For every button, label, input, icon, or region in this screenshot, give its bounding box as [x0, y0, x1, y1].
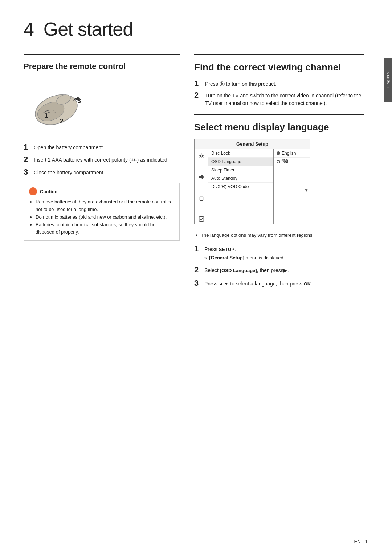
checkmark-icon: [198, 216, 205, 222]
caution-icon: !: [29, 187, 37, 195]
vc-step-2: 2 Turn on the TV and switch to the corre…: [194, 90, 364, 107]
lang-step-3-num: 3: [194, 279, 202, 288]
svg-text:2: 2: [60, 118, 64, 125]
caution-item-3: Batteries contain chemical substances, s…: [36, 221, 174, 236]
vc-step-1-num: 1: [194, 79, 202, 88]
lang-step-3: 3 Press ▲▼ to select a language, then pr…: [194, 279, 364, 288]
caution-label: Caution: [40, 189, 57, 194]
vc-step-2-text: Turn on the TV and switch to the correct…: [205, 90, 364, 107]
caution-list: Remove batteries if they are exhausted o…: [29, 198, 174, 236]
radio-empty-icon: [277, 160, 280, 163]
svg-rect-10: [199, 217, 204, 222]
left-column: Prepare the remote control 1 2 3: [24, 54, 180, 292]
blank-icon: [198, 195, 205, 201]
menu-item-auto-standby: Auto Standby: [208, 174, 273, 183]
chapter-title: 4 Get started: [24, 18, 364, 40]
checkmark-icon-cell: [195, 214, 208, 224]
step-1-text: Open the battery compartment.: [34, 142, 104, 151]
svg-rect-9: [200, 197, 203, 200]
ok-key: OK: [304, 281, 311, 287]
menu-item-divx-vod: DivX(R) VOD Code: [208, 183, 273, 191]
language-tab: English: [384, 58, 392, 102]
caution-item-1: Remove batteries if they are exhausted o…: [36, 198, 174, 214]
lang-step-2: 2 Select [OSD Language], then press▶.: [194, 265, 364, 275]
general-setup-note: [General Setup] menu is displayed.: [209, 254, 285, 262]
speaker-icon: [198, 174, 205, 180]
vc-step-2-num: 2: [194, 90, 202, 100]
menu-item-sleep-timer: Sleep Timer: [208, 166, 273, 174]
step-2: 2 Insert 2 AAA batteries with correct po…: [24, 155, 180, 164]
setup-table-body: Disc Lock OSD Language Sleep Timer Auto …: [195, 149, 310, 224]
scroll-down-indicator: ▼: [274, 166, 310, 194]
lang-step-2-num: 2: [194, 265, 202, 275]
setup-table-header: General Setup: [195, 139, 310, 149]
language-note: The language options may vary from diffe…: [194, 232, 364, 239]
language-label: English: [386, 72, 390, 88]
setup-menu-items-column: Disc Lock OSD Language Sleep Timer Auto …: [208, 149, 274, 224]
svg-rect-7: [199, 176, 201, 178]
section-divider-right-1: [194, 54, 364, 55]
osd-language-key: [OSD Language]: [220, 268, 257, 273]
general-setup-table: General Setup: [194, 139, 310, 224]
step-1-num: 1: [24, 142, 32, 152]
step-3-text: Close the battery compartment.: [34, 167, 105, 177]
lang-step-1-sub: » [General Setup] menu is displayed.: [204, 254, 285, 262]
caution-box: ! Caution Remove batteries if they are e…: [24, 183, 180, 241]
viewing-channel-steps: 1 Press ⓚ to turn on this product. 2 Tur…: [194, 79, 364, 107]
en-label: EN: [354, 539, 360, 544]
svg-marker-8: [201, 175, 203, 179]
main-content: 4 Get started Prepare the remote control: [0, 0, 384, 555]
speaker-icon-cell: [195, 172, 208, 182]
menu-item-osd-language: OSD Language: [208, 158, 273, 166]
language-steps: 1 Press SETUP. » [General Setup] menu is…: [194, 244, 364, 288]
option-hindi-label: हिंदी: [282, 159, 288, 164]
gear-icon: [198, 153, 205, 159]
step-3-num: 3: [24, 167, 32, 177]
right-section-2-title: Select menu display language: [194, 122, 364, 133]
page-number: 11: [365, 539, 370, 544]
lang-step-1-content: Press SETUP. » [General Setup] menu is d…: [204, 244, 285, 262]
setup-key: SETUP: [219, 247, 234, 252]
setup-icons-column: [195, 149, 208, 224]
step-2-text: Insert 2 AAA batteries with correct pola…: [34, 155, 169, 164]
option-english: English: [274, 149, 310, 158]
caution-item-2: Do not mix batteries (old and new or car…: [36, 214, 174, 221]
lang-step-2-content: Select [OSD Language], then press▶.: [204, 265, 289, 275]
lang-step-1: 1 Press SETUP. » [General Setup] menu is…: [194, 244, 364, 262]
step-1: 1 Open the battery compartment.: [24, 142, 180, 152]
page: English 4 Get started Prepare the remote…: [0, 0, 392, 555]
vc-step-1: 1 Press ⓚ to turn on this product.: [194, 79, 364, 88]
svg-text:3: 3: [77, 97, 81, 105]
right-column: Find the correct viewing channel 1 Press…: [194, 54, 364, 292]
page-footer: EN 11: [354, 539, 370, 544]
step-3: 3 Close the battery compartment.: [24, 167, 180, 177]
step-2-num: 2: [24, 155, 32, 164]
two-column-layout: Prepare the remote control 1 2 3: [24, 54, 364, 292]
gear-icon-cell: [195, 151, 208, 161]
blank-icon-cell: [195, 193, 208, 203]
option-english-label: English: [282, 151, 296, 156]
option-hindi: हिंदी: [274, 158, 310, 166]
vc-step-1-text: Press ⓚ to turn on this product.: [205, 79, 277, 88]
lang-step-1-num: 1: [194, 244, 202, 254]
right-section-1-title: Find the correct viewing channel: [194, 62, 364, 73]
menu-item-disc-lock: Disc Lock: [208, 149, 273, 158]
remote-illustration: 1 2 3: [24, 77, 96, 135]
section-divider-right-2: [194, 114, 364, 115]
section-divider-left: [24, 54, 180, 55]
left-section-title: Prepare the remote control: [24, 62, 180, 71]
general-setup-key: [General Setup]: [209, 255, 244, 260]
lang-step-3-content: Press ▲▼ to select a language, then pres…: [204, 279, 312, 288]
remote-svg: 1 2 3: [24, 77, 100, 135]
caution-header: ! Caution: [29, 187, 174, 195]
svg-point-6: [200, 155, 202, 157]
prepare-steps-list: 1 Open the battery compartment. 2 Insert…: [24, 142, 180, 177]
setup-options-column: English हिंदी ▼: [274, 149, 310, 224]
radio-filled-icon: [277, 151, 280, 155]
